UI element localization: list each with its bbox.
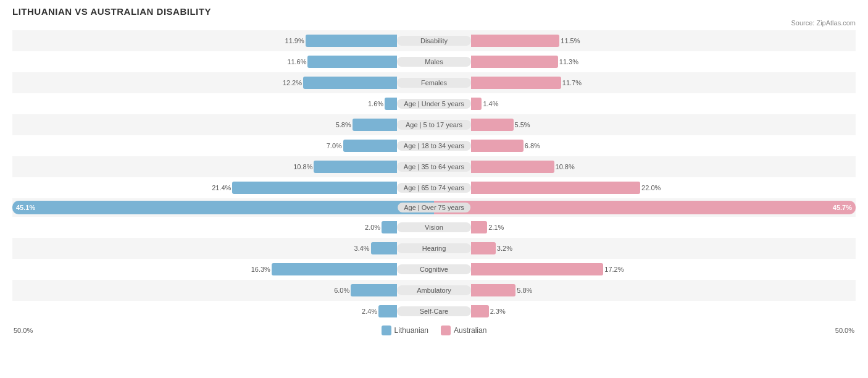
- val-right: 2.3%: [490, 308, 506, 315]
- chart-row: 12.2%Females11.7%: [12, 72, 856, 93]
- val-right: 6.8%: [525, 142, 540, 149]
- bar-left: 12.2%: [303, 77, 397, 89]
- val-left: 2.4%: [362, 308, 377, 315]
- center-label: Age | 5 to 17 years: [397, 120, 471, 130]
- bar-right: 11.3%: [471, 56, 558, 68]
- center-label: Self-Care: [397, 306, 471, 316]
- chart-row: 11.9%Disability11.5%: [12, 30, 856, 51]
- source-label: Source: ZipAtlas.com: [12, 19, 856, 27]
- bar-left: 45.1%: [12, 201, 434, 214]
- center-label: Age | 18 to 34 years: [397, 141, 471, 151]
- val-left: 45.1%: [12, 204, 35, 211]
- val-left: 6.0%: [334, 287, 349, 294]
- bar-left: 16.3%: [272, 263, 397, 275]
- val-right: 45.7%: [833, 204, 856, 211]
- bar-left: 1.6%: [385, 98, 397, 110]
- val-right: 3.2%: [497, 245, 512, 252]
- chart-row: 21.4%Age | 65 to 74 years22.0%: [12, 177, 856, 198]
- bar-left: 2.0%: [382, 221, 397, 233]
- chart-row: 7.0%Age | 18 to 34 years6.8%: [12, 135, 856, 156]
- center-label: Age | 65 to 74 years: [397, 183, 471, 193]
- val-left: 2.0%: [365, 224, 380, 231]
- bar-left: 10.8%: [314, 161, 397, 173]
- chart-row: 1.6%Age | Under 5 years1.4%: [12, 93, 856, 114]
- bar-left: 2.4%: [378, 305, 397, 317]
- bar-right: 5.8%: [471, 284, 515, 296]
- bar-right: 1.4%: [471, 98, 482, 110]
- bar-right: 11.5%: [471, 35, 559, 47]
- center-label: Ambulatory: [397, 285, 471, 295]
- bar-right: 2.3%: [471, 305, 489, 317]
- legend-item-lithuanian: Lithuanian: [382, 326, 428, 335]
- val-right: 5.8%: [517, 287, 532, 294]
- val-right: 11.7%: [562, 79, 582, 86]
- center-label: Age | Over 75 years: [398, 203, 470, 212]
- legend-label-lithuanian: Lithuanian: [394, 326, 428, 335]
- bar-left: 3.4%: [371, 242, 397, 254]
- chart-row: 6.0%Ambulatory5.8%: [12, 280, 856, 301]
- bar-right: 2.1%: [471, 221, 487, 233]
- bar-right: 45.7%: [434, 201, 856, 214]
- legend-label-australian: Australian: [454, 326, 486, 335]
- chart-row: 2.4%Self-Care2.3%: [12, 301, 856, 322]
- chart-row: 16.3%Cognitive17.2%: [12, 259, 856, 280]
- bar-right: 10.8%: [471, 161, 554, 173]
- bar-left: 11.9%: [306, 35, 397, 47]
- val-right: 11.3%: [559, 58, 578, 65]
- val-left: 10.8%: [293, 163, 312, 170]
- val-right: 5.5%: [515, 121, 530, 128]
- val-left: 11.9%: [285, 37, 304, 44]
- chart-row: 3.4%Hearing3.2%: [12, 238, 856, 259]
- chart-row: 10.8%Age | 35 to 64 years10.8%: [12, 156, 856, 177]
- chart-row: 2.0%Vision2.1%: [12, 217, 856, 238]
- chart-row: 11.6%Males11.3%: [12, 51, 856, 72]
- val-right: 10.8%: [556, 163, 575, 170]
- chart-row: 45.1%Age | Over 75 years45.7%: [12, 198, 856, 217]
- scale-left: 50.0%: [14, 327, 33, 334]
- bar-left: 6.0%: [351, 284, 397, 296]
- bar-right: 3.2%: [471, 242, 496, 254]
- bar-left: 11.6%: [307, 56, 397, 68]
- chart-title: LITHUANIAN VS AUSTRALIAN DISABILITY: [12, 6, 856, 17]
- val-right: 1.4%: [483, 100, 498, 107]
- chart-container: 11.9%Disability11.5%11.6%Males11.3%12.2%…: [12, 30, 856, 322]
- val-left: 5.8%: [336, 121, 351, 128]
- center-label: Hearing: [397, 243, 471, 253]
- legend: Lithuanian Australian: [382, 326, 487, 335]
- bar-right: 17.2%: [471, 263, 603, 275]
- center-label: Age | Under 5 years: [397, 99, 471, 109]
- scale-right: 50.0%: [835, 327, 854, 334]
- bar-right: 6.8%: [471, 140, 524, 152]
- center-label: Age | 35 to 64 years: [397, 162, 471, 172]
- val-left: 7.0%: [327, 142, 342, 149]
- center-label: Females: [397, 78, 471, 88]
- bar-left: 21.4%: [232, 182, 397, 194]
- bar-left: 7.0%: [343, 140, 397, 152]
- val-right: 11.5%: [561, 37, 580, 44]
- val-left: 16.3%: [251, 266, 270, 273]
- bar-right: 22.0%: [471, 182, 640, 194]
- val-left: 12.2%: [283, 79, 302, 86]
- val-left: 11.6%: [287, 58, 306, 65]
- val-left: 1.6%: [368, 100, 383, 107]
- val-right: 22.0%: [641, 184, 661, 191]
- center-label: Vision: [397, 222, 471, 232]
- val-right: 2.1%: [488, 224, 504, 231]
- legend-item-australian: Australian: [441, 326, 486, 335]
- bar-right: 5.5%: [471, 119, 514, 131]
- bar-right: 11.7%: [471, 77, 561, 89]
- val-right: 17.2%: [604, 266, 624, 273]
- bar-left: 5.8%: [353, 119, 397, 131]
- legend-box-lithuanian: [382, 326, 391, 335]
- val-left: 21.4%: [212, 184, 231, 191]
- center-label: Disability: [397, 36, 471, 46]
- legend-box-australian: [441, 326, 451, 335]
- center-label: Cognitive: [397, 264, 471, 274]
- chart-row: 5.8%Age | 5 to 17 years5.5%: [12, 114, 856, 135]
- val-left: 3.4%: [354, 245, 370, 252]
- center-label: Males: [397, 57, 471, 67]
